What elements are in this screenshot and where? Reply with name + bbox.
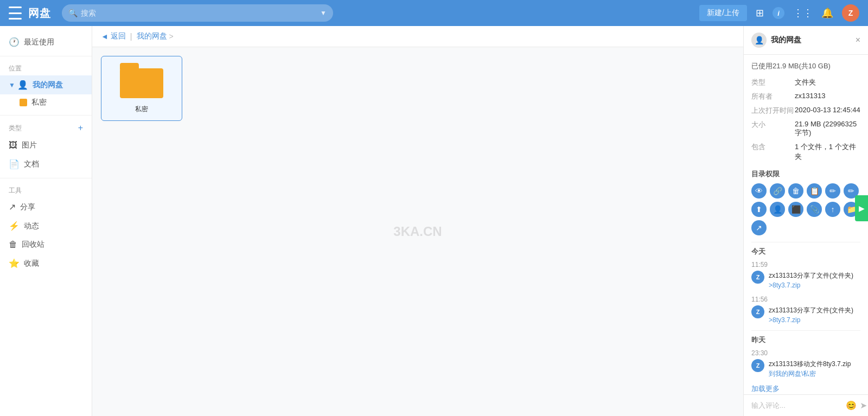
sidebar-item-mydisk[interactable]: ▼ 👤 我的网盘	[0, 75, 92, 94]
rp-usage: 已使用21.9 MB(共10 GB)	[751, 61, 860, 71]
breadcrumb: ◄ 返回 | 我的网盘 >	[92, 26, 743, 47]
rp-action-link[interactable]: 🔗	[770, 183, 785, 199]
divider-1	[0, 56, 92, 56]
new-upload-button[interactable]: 新建/上传	[699, 5, 747, 21]
rp-label-owner: 所有者	[751, 92, 795, 101]
rp-activity-link-y1[interactable]: 到我的网盘\私密	[769, 370, 816, 377]
rp-label-contains: 包含	[751, 142, 795, 162]
notification-icon[interactable]: 🔔	[821, 7, 833, 19]
rp-label-type: 类型	[751, 78, 795, 87]
rp-comment-input[interactable]	[751, 401, 843, 409]
right-panel: 👤 我的网盘 × 已使用21.9 MB(共10 GB) 类型 文件夹 所有者 z…	[743, 26, 868, 416]
rp-activity-2: Z zx131313分享了文件(文件夹) >8ty3.7.zip	[751, 305, 860, 325]
back-button[interactable]: ◄ 返回	[101, 31, 126, 41]
tools-section-label: 工具	[0, 183, 92, 197]
expand-icon: ▼	[9, 81, 15, 89]
rp-action-view[interactable]: 👁	[751, 183, 767, 199]
rp-activity-action-1: zx131313分享了文件(文件夹)	[769, 272, 853, 279]
rp-row-contains: 包含 1 个文件，1 个文件夹	[751, 142, 860, 162]
right-panel-body: 已使用21.9 MB(共10 GB) 类型 文件夹 所有者 zx131313 上…	[744, 55, 868, 394]
apps-icon[interactable]: ⋮⋮	[793, 7, 813, 19]
rp-action-share[interactable]: ↗	[751, 220, 767, 235]
search-dropdown-icon[interactable]: ▼	[320, 9, 327, 17]
breadcrumb-sep: |	[130, 32, 132, 41]
breadcrumb-mydisk[interactable]: 我的网盘	[137, 31, 167, 41]
recycle-icon: 🗑	[9, 240, 17, 249]
mydisk-icon: 👤	[17, 80, 28, 90]
rp-activity-text-y1: zx131313移动文件8ty3.7.zip 到我的网盘\私密	[769, 359, 851, 379]
file-item-private[interactable]: 私密	[101, 56, 182, 121]
search-input[interactable]	[81, 9, 320, 17]
rp-row-lastopen: 上次打开时间 2020-03-13 12:45:44	[751, 106, 860, 116]
sidebar-mydisk-label: 我的网盘	[33, 80, 63, 90]
grid-view-icon[interactable]: ⊞	[756, 7, 764, 19]
sidebar-item-dynamic[interactable]: ⚡ 动态	[0, 216, 92, 235]
header-right: 新建/上传 ⊞ i ⋮⋮ 🔔 Z	[699, 4, 859, 22]
rp-activity-text-2: zx131313分享了文件(文件夹) >8ty3.7.zip	[769, 305, 853, 325]
rp-time-2: 11:56	[751, 296, 860, 303]
rp-emoji-button[interactable]: 😊	[846, 400, 857, 411]
rp-divider-2	[751, 330, 860, 331]
rp-activity-y1: Z zx131313移动文件8ty3.7.zip 到我的网盘\私密	[751, 359, 860, 379]
rp-actions: 👁 🔗 🗑 📋 ✏ ✏ ⬆ 👤 ⬛ 📎 ↑ 📁 ↗	[751, 183, 860, 235]
breadcrumb-arrow: >	[169, 32, 174, 41]
share-icon: ↗	[9, 202, 16, 212]
rp-value-size: 21.9 MB (22996325 字节)	[795, 120, 860, 138]
rp-value-contains: 1 个文件，1 个文件夹	[795, 142, 860, 162]
rp-action-user[interactable]: 👤	[770, 202, 785, 217]
back-label: 返回	[111, 31, 126, 41]
sidebar-item-docs[interactable]: 📄 文档	[0, 155, 92, 174]
main-container: 🕐 最近使用 位置 ▼ 👤 我的网盘 私密 类型 + 🖼 图片 📄 文档	[0, 26, 868, 416]
images-icon: 🖼	[9, 140, 17, 150]
search-icon: 🔍	[68, 9, 78, 17]
logo: 网盘	[28, 6, 51, 21]
rp-action-attach[interactable]: 📎	[807, 202, 822, 217]
menu-icon[interactable]	[9, 7, 22, 20]
rp-send-button[interactable]: ➤	[860, 400, 867, 411]
folder-icon	[120, 63, 163, 98]
rp-row-owner: 所有者 zx131313	[751, 92, 860, 101]
rp-action-delete[interactable]: 🗑	[788, 183, 803, 199]
rp-activity-link-2[interactable]: >8ty3.7.zip	[769, 316, 800, 324]
sidebar-images-label: 图片	[22, 140, 37, 150]
sidebar-item-recent[interactable]: 🕐 最近使用	[0, 33, 92, 52]
rp-activity-link-1[interactable]: >8ty3.7.zip	[769, 281, 800, 289]
sidebar-item-private[interactable]: 私密	[0, 94, 92, 111]
header: 网盘 🔍 ▼ 新建/上传 ⊞ i ⋮⋮ 🔔 Z	[0, 0, 868, 26]
sidebar-dynamic-label: 动态	[24, 221, 39, 231]
type-add-button[interactable]: +	[78, 123, 83, 133]
rp-row-size: 大小 21.9 MB (22996325 字节)	[751, 120, 860, 138]
sidebar: 🕐 最近使用 位置 ▼ 👤 我的网盘 私密 类型 + 🖼 图片 📄 文档	[0, 26, 92, 416]
rp-time-1: 11:59	[751, 261, 860, 268]
avatar[interactable]: Z	[842, 4, 859, 22]
rp-load-more[interactable]: 加载更多	[751, 384, 860, 394]
sidebar-recycle-label: 回收站	[22, 240, 44, 249]
sidebar-item-favorites[interactable]: ⭐ 收藏	[0, 254, 92, 273]
rp-activity-avatar-y1: Z	[751, 359, 764, 372]
floating-action-button[interactable]: ▶	[855, 195, 868, 221]
file-name-private: 私密	[135, 105, 148, 114]
rp-activity-avatar-1: Z	[751, 271, 764, 284]
sidebar-item-recycle[interactable]: 🗑 回收站	[0, 235, 92, 254]
rp-action-copy[interactable]: ⬛	[788, 202, 803, 217]
sidebar-share-label: 分享	[20, 202, 35, 212]
rp-action-edit[interactable]: ✏	[825, 183, 840, 199]
docs-icon: 📄	[9, 159, 20, 169]
location-section-label: 位置	[0, 61, 92, 75]
watermark: 3KA.CN	[393, 224, 442, 239]
rp-activity-action-2: zx131313分享了文件(文件夹)	[769, 306, 853, 314]
rp-action-up2[interactable]: ↑	[825, 202, 840, 217]
info-icon[interactable]: i	[773, 7, 784, 19]
recent-icon: 🕐	[9, 37, 20, 47]
sidebar-item-images[interactable]: 🖼 图片	[0, 136, 92, 155]
type-label: 类型	[9, 124, 22, 133]
right-panel-close-button[interactable]: ×	[856, 35, 860, 45]
sidebar-item-share[interactable]: ↗ 分享	[0, 197, 92, 216]
rp-row-type: 类型 文件夹	[751, 78, 860, 87]
rp-action-upload[interactable]: ⬆	[751, 202, 767, 217]
file-grid: 3KA.CN 私密	[92, 47, 743, 416]
rp-action-copy-link[interactable]: 📋	[807, 183, 822, 199]
rp-activity-1: Z zx131313分享了文件(文件夹) >8ty3.7.zip	[751, 271, 860, 290]
floating-icon: ▶	[857, 204, 866, 213]
rp-time-y1: 23:30	[751, 349, 860, 357]
